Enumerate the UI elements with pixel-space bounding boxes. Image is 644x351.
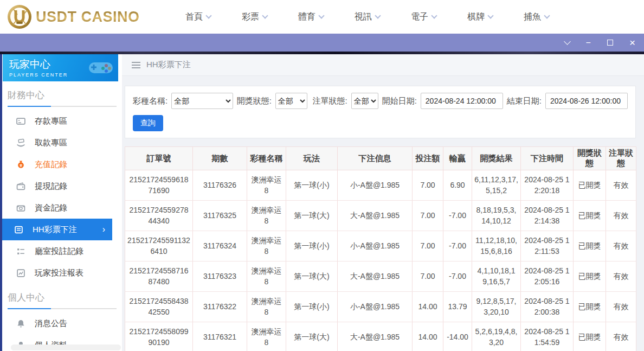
nav-item-5[interactable]: 棋牌	[452, 11, 508, 23]
table-cell: 31176321	[193, 322, 247, 351]
table-cell: 第一球(大)	[286, 201, 338, 231]
collapse-button[interactable]	[565, 41, 570, 44]
table-cell: 6,11,12,3,17,5,15,2	[472, 170, 521, 201]
maximize-icon	[607, 40, 613, 46]
table-cell: 小-A盤@1.985	[338, 170, 413, 201]
nav-item-2[interactable]: 體育	[283, 11, 339, 23]
column-header: 輸贏	[443, 147, 472, 170]
main-nav: 首頁彩票體育視訊電子棋牌捕魚	[170, 11, 565, 23]
column-header: 彩種名稱	[247, 147, 286, 170]
table-cell: 14.00	[413, 292, 443, 322]
chevron-down-icon	[431, 12, 437, 18]
table-cell: 有效	[606, 231, 636, 261]
chevron-down-icon	[544, 12, 550, 18]
search-button[interactable]: 查詢	[133, 115, 163, 131]
breadcrumb: HH彩票下注	[122, 54, 644, 76]
sidebar-item-deposit[interactable]: 存款專區	[2, 110, 122, 132]
table-cell: 2024-08-25 12:20:18	[521, 170, 574, 201]
section-divider	[8, 308, 117, 309]
sidebar: 玩家中心 PLAYERS CENTER 財務中心 存款專區 取款專區 充值	[0, 54, 122, 351]
section-divider	[8, 106, 117, 107]
nav-item-4[interactable]: 電子	[396, 11, 452, 23]
nav-item-label: 首頁	[185, 11, 203, 23]
table-cell: -7.00	[443, 201, 472, 231]
maximize-button[interactable]	[607, 40, 613, 46]
menu-icon[interactable]	[132, 62, 140, 68]
lottery-name-select[interactable]: 全部	[171, 93, 233, 109]
table-cell: 大-A盤@1.985	[338, 261, 413, 292]
sidebar-item-announcements[interactable]: 消息公告	[2, 312, 122, 334]
withdraw-icon	[16, 138, 25, 148]
filter-panel: 彩種名稱: 全部 開獎狀態: 全部 注單狀態: 全部 開始日期: 結束日期: 查…	[125, 86, 636, 138]
sidebar-item-label: HH彩票下注	[33, 225, 77, 235]
sidebar-item-label: 廳室投註記錄	[35, 246, 83, 257]
column-header: 下注時間	[521, 147, 574, 170]
sidebar-item-cashout-records[interactable]: 提現記錄	[2, 175, 122, 197]
table-cell: 2152172455911326410	[125, 231, 193, 261]
sidebar-item-withdraw[interactable]: 取款專區	[2, 132, 122, 154]
sidebar-horizontal-scrollbar[interactable]	[11, 344, 121, 350]
table-cell: 7.00	[413, 231, 443, 261]
sidebar-item-room-bet-records[interactable]: 廳室投註記錄	[2, 240, 122, 262]
close-button[interactable]: ×	[629, 37, 635, 48]
table-cell: 4,1,10,18,19,16,5,7	[472, 261, 521, 292]
sidebar-item-player-bet-report[interactable]: 玩家投注報表	[2, 262, 122, 284]
chevron-down-icon	[487, 12, 493, 18]
end-date-label: 結束日期:	[507, 96, 542, 106]
top-bar: USDT CASINO 首頁彩票體育視訊電子棋牌捕魚	[0, 0, 644, 34]
table-cell: 澳洲幸运8	[247, 170, 286, 201]
sidebar-item-funds-records[interactable]: 資金記錄	[2, 197, 122, 219]
table-cell: 已開獎	[574, 170, 606, 201]
table-cell: 澳洲幸运8	[247, 322, 286, 351]
column-header: 玩法	[286, 147, 338, 170]
table-cell: 有效	[606, 322, 636, 351]
nav-item-0[interactable]: 首頁	[170, 11, 227, 23]
nav-item-3[interactable]: 視訊	[339, 11, 396, 23]
table-cell: 有效	[606, 292, 636, 322]
table-cell: 澳洲幸运8	[247, 261, 286, 292]
table-cell: -7.00	[443, 261, 472, 292]
draw-status-select[interactable]: 全部	[275, 93, 308, 109]
start-date-input[interactable]	[421, 93, 503, 109]
nav-item-label: 體育	[298, 11, 315, 23]
table-row: 215217245591132641031176324澳洲幸运8第一球(小)小-…	[125, 231, 636, 261]
column-header: 注單狀態	[606, 147, 636, 170]
chevron-down-icon	[262, 12, 268, 18]
nav-item-6[interactable]: 捕魚	[508, 11, 565, 23]
table-row: 215217245587168748031176323澳洲幸运8第一球(大)大-…	[125, 261, 636, 292]
sidebar-item-label: 存款專區	[35, 116, 67, 126]
chevron-down-icon	[205, 12, 211, 18]
sidebar-item-hh-lottery-bets[interactable]: HH彩票下注 ›	[2, 219, 112, 240]
table-cell: 已開獎	[574, 231, 606, 261]
sidebar-item-recharge-records[interactable]: 充值記錄	[2, 154, 122, 175]
table-cell: 7.00	[413, 170, 443, 201]
funds-icon	[16, 203, 25, 213]
table-cell: 7.00	[413, 261, 443, 292]
end-date-input[interactable]	[545, 93, 628, 109]
table-cell: 2024-08-25 12:11:53	[521, 231, 574, 261]
nav-item-1[interactable]: 彩票	[227, 11, 283, 23]
lottery-bets-icon	[14, 225, 23, 234]
table-row: 215217245592784434031176325澳洲幸运8第一球(大)大-…	[125, 201, 636, 231]
table-cell: 小-A盤@1.985	[338, 292, 413, 322]
table-cell: 2152172455809990190	[125, 322, 193, 351]
brand-title: USDT CASINO	[36, 9, 140, 25]
table-cell: 澳洲幸运8	[247, 231, 286, 261]
chevron-down-icon	[564, 38, 571, 45]
gamepad-icon	[87, 58, 115, 76]
order-status-select[interactable]: 全部	[351, 93, 378, 109]
personal-section-title: 個人中心	[8, 291, 117, 304]
draw-status-label: 開獎狀態:	[237, 96, 272, 106]
table-cell: 2024-08-25 12:00:38	[521, 292, 574, 322]
table-cell: 9,12,8,5,17,3,20,10	[472, 292, 521, 322]
page-title: HH彩票下注	[146, 60, 191, 70]
table-cell: 2152172455843842550	[125, 292, 193, 322]
table-cell: 澳洲幸运8	[247, 292, 286, 322]
main-content: HH彩票下注 彩種名稱: 全部 開獎狀態: 全部 注單狀態: 全部 開始日期: …	[122, 54, 644, 351]
nav-item-label: 彩票	[242, 11, 259, 23]
minimize-button[interactable]: −	[586, 39, 591, 47]
sidebar-item-label: 取款專區	[35, 138, 67, 148]
table-cell: 31176322	[193, 292, 247, 322]
column-header: 投注額	[413, 147, 443, 170]
start-date-label: 開始日期:	[382, 96, 417, 106]
